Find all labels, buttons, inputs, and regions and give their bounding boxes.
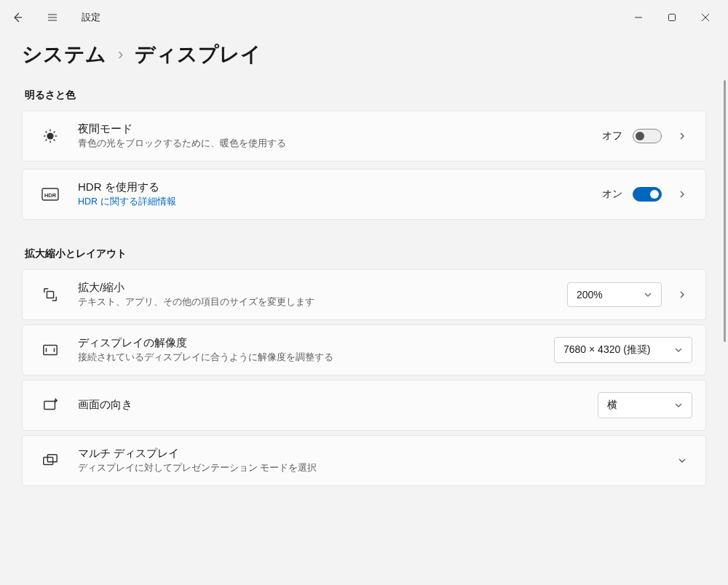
svg-rect-14 bbox=[44, 402, 55, 410]
scale-title: 拡大/縮小 bbox=[78, 281, 567, 295]
svg-rect-0 bbox=[669, 15, 676, 21]
minimize-button[interactable] bbox=[622, 6, 655, 29]
breadcrumb: システム › ディスプレイ bbox=[22, 41, 706, 68]
breadcrumb-parent[interactable]: システム bbox=[22, 41, 106, 68]
hdr-icon: HDR bbox=[36, 188, 65, 201]
multi-display-sub: ディスプレイに対してプレゼンテーション モードを選択 bbox=[78, 462, 672, 474]
resolution-select[interactable]: 7680 × 4320 (推奨) bbox=[554, 337, 692, 363]
scale-icon bbox=[36, 287, 65, 303]
hdr-card[interactable]: HDR HDR を使用する HDR に関する詳細情報 オン bbox=[22, 169, 706, 220]
scrollbar[interactable] bbox=[724, 80, 726, 342]
scale-sub: テキスト、アプリ、その他の項目のサイズを変更します bbox=[78, 296, 567, 309]
orientation-value: 横 bbox=[607, 399, 617, 412]
night-light-state: オフ bbox=[602, 130, 622, 143]
orientation-card[interactable]: 画面の向き 横 bbox=[22, 380, 706, 431]
close-button[interactable] bbox=[689, 6, 722, 29]
svg-rect-13 bbox=[44, 346, 57, 355]
night-light-sub: 青色の光をブロックするために、暖色を使用する bbox=[78, 138, 602, 150]
titlebar: 設定 bbox=[0, 0, 728, 35]
resolution-sub: 接続されているディスプレイに合うように解像度を調整する bbox=[78, 351, 554, 364]
maximize-button[interactable] bbox=[655, 6, 689, 29]
multi-display-icon bbox=[36, 453, 65, 469]
chevron-down-icon bbox=[674, 401, 683, 410]
hdr-toggle[interactable] bbox=[633, 187, 662, 202]
orientation-title: 画面の向き bbox=[78, 398, 598, 412]
resolution-card[interactable]: ディスプレイの解像度 接続されているディスプレイに合うように解像度を調整する 7… bbox=[22, 325, 706, 375]
multi-display-card[interactable]: マルチ ディスプレイ ディスプレイに対してプレゼンテーション モードを選択 bbox=[22, 435, 706, 486]
scale-value: 200% bbox=[577, 289, 603, 301]
scale-select[interactable]: 200% bbox=[567, 282, 662, 307]
night-light-card[interactable]: 夜間モード 青色の光をブロックするために、暖色を使用する オフ bbox=[22, 111, 706, 162]
resolution-icon bbox=[36, 342, 65, 358]
breadcrumb-separator: › bbox=[118, 45, 123, 64]
svg-line-8 bbox=[45, 140, 47, 141]
section-brightness-header: 明るさと色 bbox=[25, 89, 706, 102]
resolution-value: 7680 × 4320 (推奨) bbox=[563, 343, 650, 357]
svg-text:HDR: HDR bbox=[44, 192, 57, 199]
hamburger-menu[interactable] bbox=[41, 6, 64, 29]
night-light-toggle[interactable] bbox=[633, 129, 662, 143]
svg-line-6 bbox=[45, 131, 47, 132]
section-scale-header: 拡大縮小とレイアウト bbox=[25, 247, 706, 260]
svg-rect-12 bbox=[47, 291, 53, 298]
chevron-down-icon bbox=[644, 290, 652, 299]
svg-point-1 bbox=[47, 132, 53, 139]
scale-card[interactable]: 拡大/縮小 テキスト、アプリ、その他の項目のサイズを変更します 200% bbox=[22, 269, 706, 320]
night-light-icon bbox=[36, 128, 65, 144]
chevron-down-icon bbox=[674, 346, 683, 354]
svg-line-7 bbox=[54, 140, 55, 141]
resolution-title: ディスプレイの解像度 bbox=[78, 336, 554, 350]
hdr-state: オン bbox=[602, 188, 622, 201]
orientation-icon bbox=[36, 397, 65, 413]
multi-display-title: マルチ ディスプレイ bbox=[78, 447, 672, 461]
content-area: システム › ディスプレイ 明るさと色 夜間モード 青色の光をブロックするために… bbox=[0, 35, 728, 585]
back-button[interactable] bbox=[6, 6, 29, 29]
svg-line-9 bbox=[54, 131, 55, 132]
scale-expand[interactable] bbox=[672, 284, 692, 305]
hdr-expand[interactable] bbox=[672, 184, 692, 204]
night-light-expand[interactable] bbox=[672, 126, 692, 146]
multi-display-expand[interactable] bbox=[672, 450, 692, 471]
orientation-select[interactable]: 横 bbox=[598, 392, 692, 418]
app-title: 設定 bbox=[82, 11, 100, 24]
breadcrumb-current: ディスプレイ bbox=[135, 41, 261, 68]
svg-rect-15 bbox=[44, 457, 53, 464]
svg-rect-16 bbox=[47, 455, 57, 462]
hdr-link[interactable]: HDR に関する詳細情報 bbox=[78, 196, 602, 208]
night-light-title: 夜間モード bbox=[78, 122, 602, 136]
hdr-title: HDR を使用する bbox=[78, 180, 602, 194]
